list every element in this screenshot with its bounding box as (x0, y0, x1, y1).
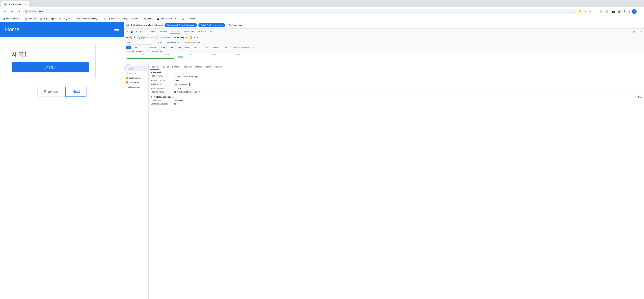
dont-show-button[interactable]: Don't show again (226, 23, 246, 27)
sidebar-icon[interactable]: ▯ (628, 9, 630, 14)
tab-close-icon[interactable]: ✕ (25, 3, 26, 5)
throttle-select[interactable]: No throttling (172, 36, 188, 39)
profile-icon[interactable]: 재 (632, 9, 636, 14)
preserve-log-label[interactable]: Preserve log (142, 36, 155, 39)
pen-icon[interactable]: ✏️ (599, 9, 604, 14)
response-headers-header[interactable]: ▼ ▼ Response Headers Raw (150, 95, 642, 99)
tab-detail-initiator[interactable]: Initiator (194, 64, 202, 70)
extensions-icon[interactable]: 🧩 (617, 9, 622, 14)
bookmark-content-type[interactable]: M Content-Type - HT... (156, 17, 178, 20)
active-tab[interactable]: 🌐 localhost:8080 ✕ (1, 1, 29, 7)
tab-detail-payload[interactable]: Payload (161, 64, 170, 70)
tab-detail-preview[interactable]: Preview (172, 64, 180, 70)
clear-button[interactable]: 🚫 (129, 36, 132, 39)
bookmark-chatgpt[interactable]: 🤖 ChatGPT (24, 17, 37, 20)
filter-input[interactable] (126, 41, 152, 44)
network-item-bootstrap-bu[interactable]: 🟧 bootstrap.bu... (124, 80, 148, 85)
hide-ext-urls-checkbox[interactable] (180, 42, 182, 44)
tab-console[interactable]: Console (147, 30, 158, 34)
bookmark-ryuton[interactable]: ℹ️ 뤼튼 (39, 17, 48, 20)
blocked-requests-checkbox[interactable] (126, 50, 128, 52)
third-party-label[interactable]: 3rd-party requests (146, 50, 163, 52)
bookmark-h2console[interactable]: 🌐 H2 Console (180, 17, 196, 20)
filter-icon[interactable]: ▼ (134, 36, 136, 39)
filter-btn-all[interactable]: All (126, 46, 131, 49)
filter-btn-js[interactable]: JS (140, 46, 146, 49)
forward-button[interactable]: → (9, 9, 15, 14)
content-card: 제목1 상세보기 (5, 43, 96, 79)
filter-btn-font[interactable]: Font (168, 46, 175, 49)
invert-checkbox-input[interactable] (155, 42, 157, 44)
tab-detail-timing[interactable]: Timing (204, 64, 212, 70)
device-toolbar-icon[interactable]: 📱 (130, 30, 134, 34)
filter-btn-wasm[interactable]: Wasm (211, 46, 220, 49)
tab-performance[interactable]: Performance (181, 30, 196, 34)
back-button[interactable]: ← (2, 9, 8, 14)
hamburger-menu[interactable] (114, 28, 119, 31)
network-item-bootstrap-min[interactable]: 🟧 bootstrap.mi... (124, 76, 148, 80)
third-party-checkbox[interactable] (146, 50, 148, 52)
bookmark-coderyu[interactable]: ≡ coderyu1 | Dashbo... (118, 17, 140, 20)
devtools-more-icon[interactable]: ⋮ (637, 30, 639, 33)
prev-button[interactable]: Previous (38, 87, 66, 97)
blocked-response-checkbox[interactable] (231, 46, 233, 49)
network-item-login[interactable]: 📄 login (124, 67, 148, 71)
general-section-header[interactable]: ▼ General (150, 70, 642, 74)
tab-network[interactable]: Network (170, 30, 180, 34)
translate-icon[interactable]: ⧉ (583, 9, 586, 14)
tab-sources[interactable]: Sources (158, 30, 169, 34)
zoom-icon[interactable]: 🔍 (588, 9, 592, 14)
download-icon[interactable]: ⬇ (623, 9, 626, 14)
preserve-log-checkbox[interactable] (142, 36, 144, 39)
select-element-icon[interactable]: ↗ (126, 30, 129, 34)
screenshot-icon[interactable]: 📷 (611, 9, 616, 14)
filter-btn-css[interactable]: CSS (160, 46, 167, 49)
raw-checkbox-input[interactable] (635, 96, 638, 98)
tab-detail-response[interactable]: Response (182, 64, 192, 70)
search-icon[interactable]: 🔍 (137, 36, 140, 39)
network-item-data-image[interactable]: ⚬ data:image/s... (124, 85, 148, 89)
filter-btn-manifest[interactable]: Manifest (192, 46, 203, 49)
record-button[interactable]: ⏺ (126, 36, 128, 39)
filter-btn-doc[interactable]: Doc (132, 46, 139, 49)
cast-icon[interactable]: 📡 (605, 9, 610, 14)
menu-icon[interactable]: ⋮ (638, 9, 642, 14)
next-button[interactable]: Next (66, 87, 87, 97)
devtools-close-icon[interactable]: ✕ (641, 30, 643, 33)
new-tab-button[interactable]: + (30, 2, 34, 7)
filter-btn-media[interactable]: Media (183, 46, 192, 49)
disable-cache-checkbox[interactable] (156, 36, 158, 39)
bookmark-untitled[interactable]: ⚫ Untitled - Playgrou... (50, 17, 74, 20)
bookmark-maven[interactable]: mvn Maven Repository:... (76, 17, 100, 20)
reload-button[interactable]: ↻ (16, 9, 21, 14)
devtools-settings-icon[interactable]: ⚙ (633, 30, 635, 33)
bookmark-github[interactable]: 🐙 GitHub (142, 17, 154, 20)
filter-btn-fetchxhr[interactable]: Fetch/XHR (146, 46, 159, 49)
invert-label[interactable]: Invert (155, 42, 162, 44)
always-match-button[interactable]: Always match Chrome's language (164, 23, 197, 27)
bookmark-devnote[interactable]: 🔧 개발 노트 (102, 17, 116, 20)
address-bar[interactable]: ⓘ localhost:8080 (23, 9, 576, 14)
disable-cache-label[interactable]: Disable cache (156, 36, 170, 39)
timeline-label-20ms: 20 ms (141, 54, 146, 55)
filter-btn-img[interactable]: Img (176, 46, 182, 49)
blocked-response-label[interactable]: Blocked response cookies (231, 46, 256, 49)
tab-elements[interactable]: Elements (134, 30, 146, 34)
filter-btn-ws[interactable]: WS (204, 46, 211, 49)
hide-ext-urls-label[interactable]: Hide extension URLs (180, 42, 200, 44)
tab-detail-headers[interactable]: Headers (150, 64, 159, 70)
detail-button[interactable]: 상세보기 (12, 62, 89, 72)
raw-checkbox-label[interactable]: Raw (635, 96, 642, 98)
key-icon[interactable]: 🔑 (577, 9, 582, 14)
tab-memory[interactable]: Memory (197, 30, 207, 34)
network-item-localhost[interactable]: 📄 localhost (124, 71, 148, 76)
hide-data-urls-checkbox[interactable] (163, 42, 165, 44)
filter-btn-other[interactable]: Other (221, 46, 229, 49)
hide-data-urls-label[interactable]: Hide data URLs (163, 42, 179, 44)
tab-detail-cookies[interactable]: Cookies (214, 64, 222, 70)
bookmark-icon[interactable]: ☆ (594, 9, 598, 14)
blocked-requests-label[interactable]: Blocked requests (126, 50, 142, 52)
tab-more[interactable]: >> (208, 30, 214, 34)
switch-korean-button[interactable]: Switch DevTools to Korean (198, 23, 225, 27)
bookmark-codingspecialist[interactable]: 👤 codingspecialist (2, 17, 22, 20)
